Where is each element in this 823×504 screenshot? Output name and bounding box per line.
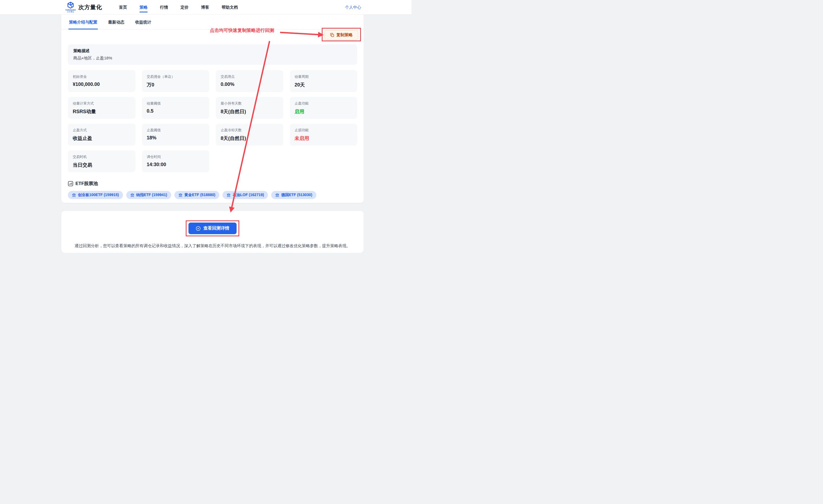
param-label: 动量阈值	[147, 101, 205, 106]
param-value: RSRS动量	[73, 108, 131, 115]
nav-item[interactable]: 帮助文档	[222, 0, 238, 15]
view-backtest-button[interactable]: 查看回测详情	[188, 223, 236, 234]
nav-item[interactable]: 博客	[201, 0, 209, 15]
brand-logo[interactable]: CubeQuant 次方量化 次方量化	[65, 2, 102, 13]
strategy-config-card: 策略介绍与配置最新动态收益统计 复制策略 策略描述 商品+地区，止盈18% 初始…	[61, 15, 364, 203]
copy-strategy-button[interactable]: 复制策略	[324, 30, 358, 40]
param-card: 交易滑点 0.00%	[216, 70, 283, 92]
param-card: 动量阈值 0.5	[142, 97, 209, 119]
tab[interactable]: 收益统计	[135, 15, 152, 29]
strategy-description-text: 商品+地区，止盈18%	[73, 56, 352, 61]
etf-chip[interactable]: 创业板100ETF (159915)	[68, 191, 123, 199]
param-value: 启用	[295, 108, 353, 115]
backtest-card: 查看回测详情 通过回测分析，您可以查看策略的所有调仓记录和收益情况，深入了解策略…	[61, 211, 364, 253]
param-value: 20天	[295, 81, 353, 88]
param-card: 动量周期 20天	[290, 70, 357, 92]
param-value: 未启用	[295, 135, 353, 142]
bank-icon	[72, 193, 76, 197]
param-card: 止盈功能 启用	[290, 97, 357, 119]
etf-chip[interactable]: 石油LOF (162719)	[222, 191, 268, 199]
etf-pool-title: ETF股票池	[75, 181, 98, 187]
nav-item[interactable]: 策略	[140, 0, 148, 15]
param-value: 8天(自然日)	[221, 135, 279, 142]
bank-icon	[226, 193, 230, 197]
bank-icon	[275, 193, 279, 197]
annotation-box-copy: 复制策略	[322, 28, 361, 41]
param-card: 止损功能 未启用	[290, 124, 357, 146]
annotation-hint-text: 点击均可快速复制策略进行回测	[210, 27, 274, 33]
user-center-link[interactable]: 个人中心	[345, 5, 361, 10]
backtest-description: 通过回测分析，您可以查看策略的所有调仓记录和收益情况，深入了解策略在历史不同市场…	[72, 243, 353, 249]
nav-item[interactable]: 行情	[160, 0, 168, 15]
tab[interactable]: 最新动态	[108, 15, 125, 29]
param-card: 调仓时间 14:30:00	[142, 151, 209, 172]
etf-chip[interactable]: 纳指ETF (159941)	[126, 191, 171, 199]
param-value: 14:30:00	[147, 162, 205, 168]
nav-item[interactable]: 定价	[181, 0, 189, 15]
etf-chip[interactable]: 黄金ETF (518880)	[174, 191, 219, 199]
param-label: 止盈冷却天数	[221, 128, 279, 133]
bank-icon	[178, 193, 182, 197]
param-value: 0.5	[147, 108, 205, 114]
tab[interactable]: 策略介绍与配置	[68, 15, 98, 29]
main-nav: 首页策略行情定价博客帮助文档	[119, 0, 238, 15]
logo-text-en: CubeQuant	[65, 9, 76, 11]
param-label: 止盈方式	[73, 128, 131, 133]
etf-pool-chips: 创业板100ETF (159915) 纳指ETF (159941) 黄金ETF	[68, 191, 357, 199]
param-card: 止盈方式 收益止盈	[68, 124, 136, 146]
copy-icon	[330, 33, 334, 37]
param-value: 18%	[147, 135, 205, 141]
bank-icon	[130, 193, 134, 197]
param-label: 交易时机	[73, 155, 131, 159]
top-nav-bar: CubeQuant 次方量化 次方量化 首页策略行情定价博客帮助文档 个人中心	[0, 0, 412, 15]
strategy-description-title: 策略描述	[73, 48, 352, 53]
bar-chart-icon	[68, 181, 73, 186]
param-card: 交易时机 当日交易	[68, 151, 136, 172]
param-label: 止盈功能	[295, 101, 353, 106]
param-value: 8天(自然日)	[221, 108, 279, 115]
param-label: 交易滑点	[221, 74, 279, 79]
param-label: 动量周期	[295, 74, 353, 79]
cube-logo-icon: CubeQuant 次方量化	[65, 2, 76, 13]
param-label: 最小持有天数	[221, 101, 279, 106]
param-label: 止盈阈值	[147, 128, 205, 133]
param-card: 止盈阈值 18%	[142, 124, 209, 146]
param-label: 交易佣金（单边）	[147, 74, 205, 79]
param-value: 0.00%	[221, 81, 279, 87]
logo-text-cn: 次方量化	[67, 11, 74, 13]
param-label: 初始资金	[73, 74, 131, 79]
param-value: 万0	[147, 81, 205, 88]
param-label: 动量计算方式	[73, 101, 131, 106]
param-card: 动量计算方式 RSRS动量	[68, 97, 136, 119]
annotation-box-backtest: 查看回测详情	[186, 220, 239, 236]
param-card: 交易佣金（单边） 万0	[142, 70, 209, 92]
etf-pool-heading: ETF股票池	[68, 181, 357, 187]
param-card: 最小持有天数 8天(自然日)	[216, 97, 283, 119]
page: CubeQuant 次方量化 次方量化 首页策略行情定价博客帮助文档 个人中心 …	[0, 0, 412, 253]
param-card: 初始资金 ¥100,000.00	[68, 70, 136, 92]
strategy-description: 策略描述 商品+地区，止盈18%	[68, 44, 357, 65]
param-grid: 初始资金 ¥100,000.00 交易佣金（单边） 万0 交易滑点 0.00% …	[68, 70, 357, 172]
param-value: 收益止盈	[73, 135, 131, 142]
param-value: 当日交易	[73, 162, 131, 168]
param-label: 调仓时间	[147, 155, 205, 159]
nav-item[interactable]: 首页	[119, 0, 127, 15]
param-card: 止盈冷却天数 8天(自然日)	[216, 124, 283, 146]
brand-name: 次方量化	[78, 4, 102, 11]
param-value: ¥100,000.00	[73, 81, 131, 87]
play-circle-icon	[196, 226, 201, 231]
param-label: 止损功能	[295, 128, 353, 133]
etf-chip[interactable]: 德国ETF (513030)	[271, 191, 316, 199]
